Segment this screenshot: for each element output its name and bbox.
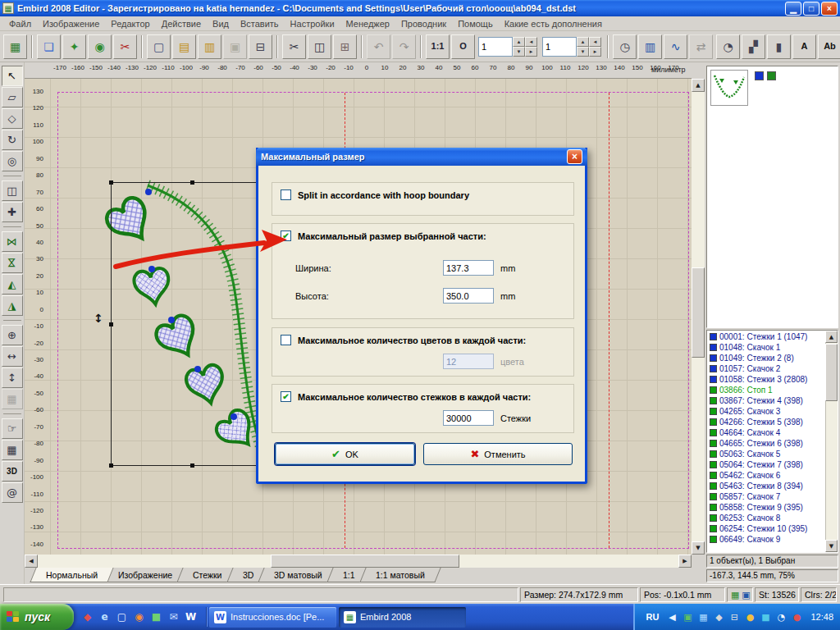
stitch-row[interactable]: 05462:Скачок 6 — [708, 470, 825, 481]
max-size-checkbox[interactable]: ✔ — [281, 231, 291, 241]
stitch-row[interactable]: 01048:Скачок 1 — [708, 342, 825, 353]
menu-item-10[interactable]: Какие есть дополнения — [499, 18, 608, 30]
menu-item-4[interactable]: Вид — [207, 18, 235, 30]
stitch-row[interactable]: 04266:Стежки 5 (398) — [708, 417, 825, 427]
stitch-row[interactable]: 01049:Стежки 2 (8) — [708, 353, 825, 363]
ql-word-icon[interactable]: W — [184, 610, 198, 624]
ql-firefox-icon[interactable]: ◉ — [132, 610, 146, 624]
ql-internet-explorer-icon[interactable]: e — [98, 610, 112, 624]
stitch-row[interactable]: 04665:Стежки 6 (398) — [708, 438, 825, 449]
menu-item-0[interactable]: Файл — [3, 18, 37, 30]
close-button[interactable]: × — [821, 2, 838, 16]
stitch-row[interactable]: 04664:Скачок 4 — [708, 427, 825, 438]
horizontal-scrollbar[interactable]: ◀ ▶ — [25, 555, 692, 568]
scroll-down-button[interactable]: ▼ — [692, 541, 705, 555]
start-button[interactable]: пуск — [0, 604, 74, 630]
spinner-right-icon[interactable]: ► — [589, 47, 601, 57]
3d-view-button[interactable]: 3D — [2, 461, 23, 482]
max-stitches-input[interactable] — [443, 410, 494, 426]
copy-button[interactable]: ◫ — [308, 34, 331, 59]
stitch-row[interactable]: 04265:Скачок 3 — [708, 406, 825, 417]
design-thumbnail[interactable] — [710, 70, 748, 106]
speed-button[interactable]: ◷ — [613, 34, 637, 59]
minimize-button[interactable]: ▁ — [785, 2, 801, 16]
view-tab-0[interactable]: Нормальный — [30, 568, 113, 582]
stitch-row[interactable]: 05063:Скачок 5 — [708, 449, 825, 459]
vertical-scroll-thumb[interactable] — [692, 267, 705, 358]
center-tool[interactable]: ⊕ — [2, 325, 23, 345]
stitch-graph-button[interactable]: ∿ — [664, 34, 687, 59]
tray-printer-icon[interactable]: ⊟ — [728, 610, 741, 623]
tray-update-icon[interactable]: ● — [743, 610, 756, 623]
spinner-down-icon[interactable]: ▼ — [513, 47, 525, 57]
tray-network-icon[interactable]: ▦ — [696, 610, 710, 623]
hoop-button[interactable]: O — [451, 34, 475, 59]
merge-file-button[interactable]: ▥ — [198, 34, 221, 59]
ok-button[interactable]: ✔ OK — [275, 443, 415, 465]
thread-color-chip[interactable] — [767, 71, 776, 80]
zoom-1to1-button[interactable]: 1:1 — [426, 34, 450, 59]
restore-button[interactable]: □ — [803, 2, 819, 16]
auto-digitize-button[interactable]: ✦ — [62, 34, 86, 59]
selection-handle[interactable] — [190, 180, 194, 185]
tray-clock-icon[interactable]: ◔ — [774, 610, 788, 623]
histogram-button[interactable]: ▞ — [742, 34, 765, 59]
stitch-row[interactable]: 01058:Стежки 3 (2808) — [708, 374, 825, 385]
photo-stitch-button[interactable]: ◉ — [88, 34, 112, 59]
letter-a-button[interactable]: A — [792, 34, 816, 59]
menu-item-5[interactable]: Вставить — [235, 18, 285, 30]
rotate-right-tool[interactable]: ◮ — [2, 295, 23, 316]
design-editor-button[interactable]: ▦ — [3, 34, 27, 59]
stitch-row[interactable]: 05857:Скачок 7 — [708, 491, 825, 502]
scroll-up-button[interactable]: ▲ — [692, 79, 705, 92]
stitch-row[interactable]: 01057:Скачок 2 — [708, 363, 825, 374]
ql-messenger-icon[interactable]: ■ — [149, 610, 163, 624]
view-tab-1[interactable]: Изображение — [103, 568, 189, 582]
tray-alert-icon[interactable]: ● — [790, 610, 803, 623]
mirror-vertical-tool[interactable]: ⋈ — [2, 253, 23, 273]
selection-handle[interactable] — [190, 463, 194, 468]
scroll-left-button[interactable]: ◀ — [25, 555, 38, 568]
grid-toggle-icon[interactable]: ▦ — [731, 590, 739, 600]
paste-button[interactable]: ⊞ — [333, 34, 357, 59]
ql-media-icon[interactable]: ◆ — [80, 610, 94, 624]
list-scroll-down-button[interactable]: ▼ — [825, 540, 838, 552]
stitch-row[interactable]: 06254:Стежки 10 (395) — [708, 523, 825, 534]
mirror-horizontal-tool[interactable]: ⋈ — [2, 231, 23, 252]
menu-item-2[interactable]: Редактор — [105, 18, 155, 30]
stitch-row[interactable]: 05064:Стежки 7 (398) — [708, 459, 825, 470]
ql-document-icon[interactable]: ▢ — [115, 610, 129, 624]
rotate-tool[interactable]: ↻ — [2, 130, 23, 150]
task-button-0[interactable]: WInstrucciones.doc [Pe... — [209, 607, 336, 628]
spinner-left-icon[interactable]: ◄ — [525, 37, 537, 47]
stitch-row[interactable]: 03866:Стоп 1 — [708, 385, 825, 395]
scroll-right-button[interactable]: ▶ — [678, 555, 692, 568]
language-indicator[interactable]: RU — [643, 611, 663, 623]
cancel-button[interactable]: ✖ Отменить — [423, 443, 573, 465]
sew-simulator-tool[interactable]: @ — [2, 482, 23, 503]
list-scroll-up-button[interactable]: ▲ — [825, 331, 838, 343]
view-tab-4[interactable]: 3D матовый — [258, 568, 339, 582]
max-colors-checkbox[interactable] — [281, 335, 291, 345]
horizontal-scroll-thumb[interactable] — [271, 555, 459, 568]
density-chart-button[interactable]: ▥ — [638, 34, 662, 59]
stitch-row[interactable]: 05858:Стежки 9 (395) — [708, 502, 825, 513]
stitch-row[interactable]: 06253:Скачок 8 — [708, 513, 825, 523]
open-file-button[interactable]: ▤ — [172, 34, 196, 59]
freehand-select-tool[interactable]: ▱ — [2, 87, 23, 107]
tray-messenger-icon[interactable]: ■ — [759, 610, 772, 623]
stitch-block-list[interactable]: 00001:Стежки 1 (1047)01048:Скачок 101049… — [706, 330, 838, 553]
menu-item-8[interactable]: Проводник — [395, 18, 452, 30]
select-tool[interactable]: ↖ — [2, 66, 23, 86]
font-engine-button[interactable]: Ab — [818, 34, 840, 59]
tray-volume-icon[interactable]: ◀ — [665, 610, 678, 623]
clock-button[interactable]: ◔ — [716, 34, 740, 59]
spinner-up-icon[interactable]: ▲ — [577, 37, 589, 47]
print-button[interactable]: ⊟ — [249, 34, 272, 59]
stitch-row[interactable]: 06649:Скачок 9 — [708, 534, 825, 545]
stitch-row[interactable]: 05463:Стежки 8 (394) — [708, 481, 825, 491]
rotate-left-tool[interactable]: ◭ — [2, 274, 23, 294]
height-input[interactable] — [443, 288, 494, 304]
stitch-row[interactable]: 03867:Стежки 4 (398) — [708, 395, 825, 406]
cut-button[interactable]: ✂ — [282, 34, 306, 59]
